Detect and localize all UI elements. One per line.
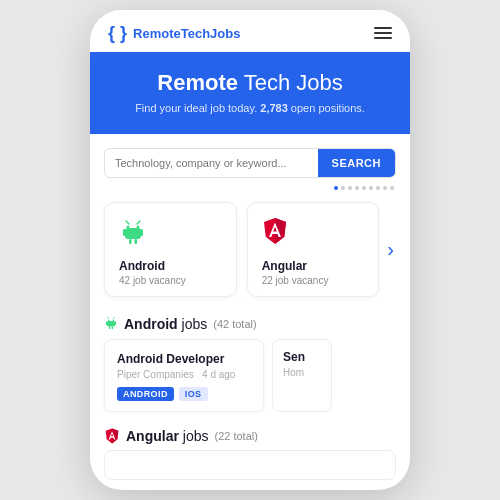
category-name-android: Android [119, 259, 222, 273]
logo-bracket-icon: { } [108, 24, 127, 42]
job-title: Android Developer [117, 352, 251, 366]
category-name-angular: Angular [262, 259, 365, 273]
partial-job-title: Sen [283, 350, 321, 364]
job-card-partial: Sen Hom [272, 339, 332, 412]
hero-title-normal: Tech Jobs [238, 70, 343, 95]
angular-category-icon [262, 217, 365, 251]
logo-area: { } RemoteTechJobs [108, 24, 240, 42]
android-jobs-count: (42 total) [213, 318, 256, 330]
android-section-icon [104, 315, 118, 333]
job-company: Piper Companies [117, 369, 194, 380]
svg-rect-5 [129, 239, 132, 244]
dot-9 [390, 186, 394, 190]
svg-line-17 [113, 318, 115, 320]
hamburger-menu-icon[interactable] [374, 27, 392, 39]
dot-6 [369, 186, 373, 190]
dot-2 [341, 186, 345, 190]
dot-3 [348, 186, 352, 190]
svg-rect-13 [115, 322, 116, 326]
top-nav: { } RemoteTechJobs [90, 10, 410, 52]
category-card-angular[interactable]: Angular 22 job vacancy [247, 202, 380, 297]
search-input[interactable] [105, 149, 318, 177]
hero-count: 2,783 [260, 102, 288, 114]
angular-jobs-title: Angular jobs [126, 428, 208, 444]
dot-5 [362, 186, 366, 190]
category-count-android: 42 job vacancy [119, 275, 222, 286]
categories-section: Android 42 job vacancy Angular 22 job va… [90, 196, 410, 307]
dot-1 [334, 186, 338, 190]
logo-text: RemoteTechJobs [133, 26, 240, 41]
hero-subtitle: Find your ideal job today. 2,783 open po… [108, 102, 392, 114]
svg-line-8 [137, 221, 140, 224]
job-time: 4 d ago [202, 369, 235, 380]
angular-jobs-count: (22 total) [214, 430, 257, 442]
svg-rect-14 [109, 327, 110, 330]
phone-frame: { } RemoteTechJobs Remote Tech Jobs Find… [90, 10, 410, 490]
search-button[interactable]: SEARCH [318, 149, 395, 177]
angular-section-icon [104, 428, 120, 444]
pagination-dots [90, 186, 410, 196]
android-jobs-title: Android jobs [124, 316, 207, 332]
svg-rect-2 [125, 228, 141, 239]
android-category-icon [119, 217, 222, 251]
category-count-angular: 22 job vacancy [262, 275, 365, 286]
chevron-right-icon[interactable]: › [385, 238, 396, 261]
svg-rect-6 [135, 239, 138, 244]
logo-normal: TechJobs [181, 26, 241, 41]
hero-title-bold: Remote [157, 70, 238, 95]
tag-android: ANDROID [117, 387, 174, 401]
dot-4 [355, 186, 359, 190]
job-card-android-developer[interactable]: Android Developer Piper Companies 4 d ag… [104, 339, 264, 412]
svg-rect-11 [107, 321, 115, 327]
svg-rect-4 [141, 229, 144, 236]
tag-ios: IOS [179, 387, 208, 401]
dot-8 [383, 186, 387, 190]
angular-job-card-partial [104, 450, 396, 480]
partial-job-company: Hom [283, 367, 321, 378]
hero-title: Remote Tech Jobs [108, 70, 392, 96]
search-bar: SEARCH [104, 148, 396, 178]
android-jobs-row: Android Developer Piper Companies 4 d ag… [90, 339, 410, 420]
svg-line-16 [108, 318, 110, 320]
svg-rect-15 [112, 327, 113, 330]
job-tags: ANDROID IOS [117, 387, 251, 401]
category-card-android[interactable]: Android 42 job vacancy [104, 202, 237, 297]
hero-banner: Remote Tech Jobs Find your ideal job tod… [90, 52, 410, 134]
job-meta: Piper Companies 4 d ago [117, 369, 251, 380]
svg-line-7 [126, 221, 129, 224]
svg-rect-12 [106, 322, 107, 326]
dot-7 [376, 186, 380, 190]
android-jobs-heading: Android jobs (42 total) [90, 307, 410, 339]
svg-rect-3 [123, 229, 126, 236]
category-cards: Android 42 job vacancy Angular 22 job va… [104, 202, 379, 297]
logo-bold: Remote [133, 26, 181, 41]
angular-jobs-heading: Angular jobs (22 total) [90, 420, 410, 446]
